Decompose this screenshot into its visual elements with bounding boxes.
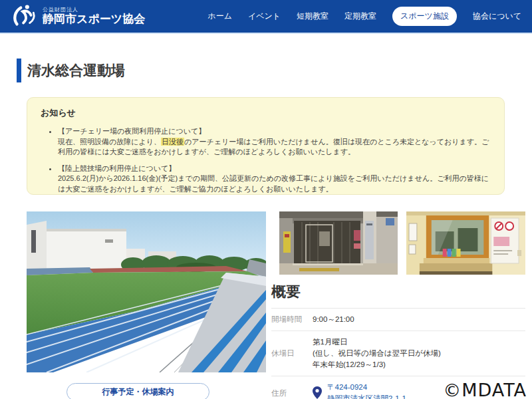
overview-row-hours: 開場時間 9:00～21:00 (271, 309, 525, 331)
notice-body-text: 現在、照明設備の故障により、 (58, 138, 161, 146)
notice-item-archery: 【アーチェリー場の夜間利用停止について】 現在、照明設備の故障により、日没後のア… (58, 126, 491, 158)
nav-item-short-classes[interactable]: 短期教室 (297, 11, 329, 22)
entrance-photo (279, 211, 398, 275)
overview-row-closed-days: 休場日 第1月曜日 (但し、祝日等の場合は翌平日が休場) 年末年始(12/29～… (271, 331, 525, 376)
association-logo-icon (11, 1, 39, 32)
row-label: 住所 (271, 388, 313, 398)
notice-list: 【アーチェリー場の夜間利用停止について】 現在、照明設備の故障により、日没後のア… (58, 126, 491, 194)
org-name-label: 静岡市スポーツ協会 (43, 13, 145, 26)
closed-days-line: 年末年始(12/29～1/3) (313, 359, 441, 370)
postal-code[interactable]: 〒424-0924 (327, 382, 406, 393)
notice-item-heading: 【陸上競技場の利用停止について】 (58, 164, 491, 174)
notice-title: お知らせ (41, 107, 491, 119)
main-nav: ホーム イベント 短期教室 定期教室 スポーツ施設 協会について (207, 7, 521, 26)
row-label: 休場日 (271, 348, 313, 358)
nav-item-home[interactable]: ホーム (207, 11, 232, 22)
notice-item-body: 2025.6.2(月)から2026.1.16(金)(予定)までの期間、公認更新の… (58, 174, 491, 194)
address-link[interactable]: 〒424-0924 静岡市清水区清開2-1-1 (327, 382, 406, 399)
reception-photo (406, 211, 525, 275)
closed-days-line: 第1月曜日 (313, 336, 441, 348)
nav-item-events[interactable]: イベント (248, 11, 281, 22)
row-label: 開場時間 (271, 315, 313, 325)
page-title-accent-bar (17, 59, 21, 82)
nav-item-sports-facilities[interactable]: スポーツ施設 (392, 7, 457, 26)
closed-days-line: (但し、祝日等の場合は翌平日が休場) (313, 348, 441, 359)
nav-item-about[interactable]: 協会について (473, 11, 521, 22)
watermark: ©MDATA (443, 380, 527, 399)
highlighted-text: 日没後 (161, 138, 184, 146)
row-value: 第1月曜日 (但し、祝日等の場合は翌平日が休場) 年末年始(12/29～1/3) (313, 336, 441, 370)
nav-item-regular-classes[interactable]: 定期教室 (344, 11, 376, 22)
notice-item-body: 現在、照明設備の故障により、日没後のアーチェリー場はご利用いただけません。復旧は… (58, 137, 491, 158)
notice-item-heading: 【アーチェリー場の夜間利用停止について】 (58, 126, 491, 137)
site-header: 公益財団法人 静岡市スポーツ協会 ホーム イベント 短期教室 定期教室 スポーツ… (0, 0, 532, 34)
street-address[interactable]: 静岡市清水区清開2-1-1 (327, 393, 406, 399)
schedule-button[interactable]: 行事予定・休場案内 (66, 383, 209, 399)
row-value: 9:00～21:00 (313, 314, 354, 325)
site-logo[interactable]: 公益財団法人 静岡市スポーツ協会 (11, 1, 145, 32)
org-type-label: 公益財団法人 (43, 7, 145, 13)
notice-item-track: 【陸上競技場の利用停止について】 2025.6.2(月)から2026.1.16(… (58, 164, 491, 195)
page-title: 清水総合運動場 (27, 61, 125, 80)
overview-title: 概要 (271, 282, 525, 309)
stadium-photo (27, 211, 266, 372)
notice-box: お知らせ 【アーチェリー場の夜間利用停止について】 現在、照明設備の故障により、… (27, 97, 505, 195)
map-pin-icon (313, 386, 322, 399)
